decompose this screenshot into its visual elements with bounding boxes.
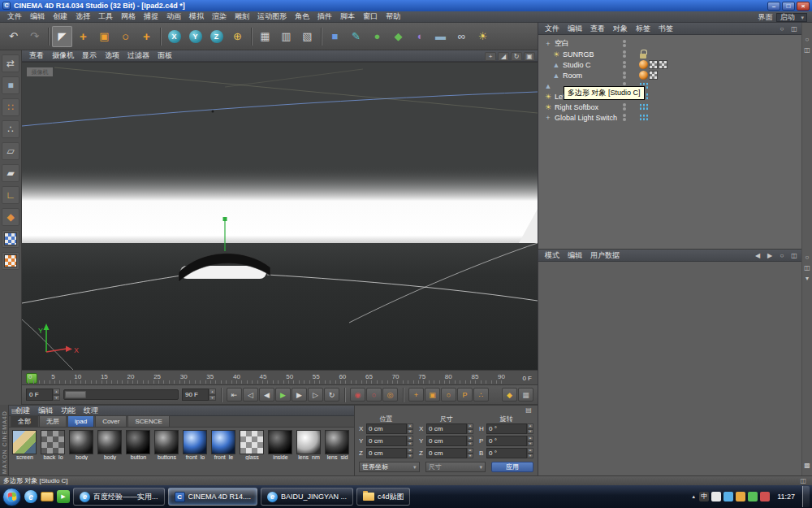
end-frame-field[interactable]: 90 F ▲▼	[182, 389, 216, 401]
material-tab-Cover[interactable]: Cover	[95, 415, 127, 427]
play-forward-button[interactable]: ▶	[275, 388, 291, 402]
menu-动画[interactable]: 动画	[162, 11, 185, 22]
menu-模拟[interactable]: 模拟	[185, 11, 208, 22]
material-item[interactable]: body	[69, 430, 94, 460]
step-down-icon[interactable]: ▼	[467, 441, 473, 447]
tray-app4-icon[interactable]	[748, 492, 758, 501]
step-down-icon[interactable]: ▼	[467, 454, 473, 459]
light-icon[interactable]: ☀	[473, 26, 493, 47]
window-icon[interactable]: ◫	[802, 46, 812, 54]
menu-显示[interactable]: 显示	[78, 50, 101, 61]
menu-编辑[interactable]: 编辑	[26, 11, 49, 22]
menu-编辑[interactable]: 编辑	[34, 406, 57, 416]
menu-标签[interactable]: 标签	[632, 24, 654, 34]
coordinate-system-icon[interactable]: ⊕	[227, 26, 248, 47]
lock-y-axis-icon[interactable]: Y	[185, 26, 205, 47]
menu-创建[interactable]: 创建	[49, 11, 71, 22]
visibility-dots[interactable]	[623, 50, 626, 58]
record-objects-button[interactable]: ◉	[350, 388, 365, 402]
redo-icon[interactable]: ↷	[24, 26, 45, 47]
taskbar-button[interactable]: eBAIDU_JINGYAN ...	[261, 488, 353, 506]
toggle-views-icon[interactable]: ▣	[524, 52, 535, 61]
polygon-mode-icon[interactable]: ▰	[2, 164, 19, 182]
menu-过滤器[interactable]: 过滤器	[123, 50, 153, 61]
timeline-ruler[interactable]: 051015202530354045505560657075808590 0 F	[22, 370, 538, 385]
material-thumbnail[interactable]	[183, 430, 207, 454]
visibility-dots[interactable]	[623, 114, 626, 121]
goto-next-key-button[interactable]: ▷	[308, 388, 323, 402]
material-item[interactable]: screen	[12, 430, 37, 460]
material-tab-无层[interactable]: 无层	[39, 415, 67, 427]
menu-雕刻[interactable]: 雕刻	[231, 11, 253, 22]
goto-prev-frame-button[interactable]: ◀	[259, 388, 274, 402]
material-item[interactable]: inside	[268, 430, 293, 460]
object-name[interactable]: 空白	[555, 38, 569, 49]
goto-start-button[interactable]: ⇤	[227, 388, 242, 402]
layout-select[interactable]: 启动 ▾	[776, 13, 807, 22]
object-row[interactable]: ▲Room	[538, 70, 812, 80]
material-thumbnail[interactable]	[296, 430, 321, 454]
coord-field-2-H[interactable]: 0 °▲▼	[486, 423, 533, 434]
key-pla-toggle[interactable]: ∴	[473, 388, 489, 402]
coord-field-1-X[interactable]: 0 cm▲▼	[426, 423, 473, 434]
move-tool-icon[interactable]: +	[73, 26, 93, 47]
object-name[interactable]: Studio C	[563, 61, 591, 69]
start-button[interactable]	[2, 488, 21, 506]
pan-view-icon[interactable]: +	[485, 52, 496, 61]
step-down-icon[interactable]: ▼	[209, 395, 216, 402]
visibility-dots[interactable]	[623, 103, 626, 111]
tray-app5-icon[interactable]	[760, 492, 770, 501]
timeline-slider[interactable]	[63, 389, 179, 400]
taskbar-button[interactable]: e百度经验——实用...	[73, 488, 165, 506]
apply-button[interactable]: 应用	[491, 462, 533, 472]
mat-checker-tag[interactable]	[649, 60, 658, 69]
menu-纹理[interactable]: 纹理	[80, 406, 102, 416]
panel-menu-icon[interactable]: ▤	[11, 407, 18, 415]
window-icon[interactable]: ◫	[789, 252, 799, 259]
quick-launch-media-icon[interactable]: ▶	[57, 490, 70, 503]
material-thumbnail[interactable]	[268, 430, 292, 454]
scale-tool-icon[interactable]: ▣	[94, 26, 114, 47]
object-row[interactable]: +Global Light Switch	[538, 112, 812, 123]
menu-摄像机[interactable]: 摄像机	[48, 50, 78, 61]
tray-app3-icon[interactable]	[736, 492, 745, 501]
material-item[interactable]: back_lo	[41, 430, 66, 460]
coord-field-0-X[interactable]: 0 cm▲▼	[366, 423, 413, 434]
material-item[interactable]: glass	[240, 430, 265, 460]
pin-icon[interactable]: ▾	[802, 275, 812, 282]
add-keyframe-button[interactable]: ◆	[502, 388, 517, 402]
dots-tag[interactable]	[639, 114, 650, 121]
size-mode-select[interactable]: 尺寸▾	[425, 462, 486, 472]
coord-field-1-Y[interactable]: 0 cm▲▼	[426, 436, 473, 446]
mat-checker-tag[interactable]	[649, 71, 658, 80]
autokey-button[interactable]: ○	[366, 388, 382, 402]
material-item[interactable]: button	[126, 430, 151, 460]
material-thumbnail[interactable]	[154, 430, 179, 454]
menu-对象[interactable]: 对象	[609, 24, 632, 34]
window-icon[interactable]: ◫	[802, 264, 812, 271]
step-down-icon[interactable]: ▼	[407, 441, 413, 447]
material-tab-全部[interactable]: 全部	[11, 415, 38, 427]
menu-编辑[interactable]: 编辑	[564, 250, 586, 261]
keyframe-selection-button[interactable]: ◎	[382, 388, 398, 402]
material-thumbnail[interactable]	[325, 430, 349, 454]
render-settings-icon[interactable]: ▧	[297, 26, 317, 47]
menu-窗口[interactable]: 窗口	[359, 11, 382, 22]
key-parameter-toggle[interactable]: P	[457, 388, 473, 402]
coord-field-2-P[interactable]: 0 °▲▼	[486, 436, 533, 446]
coord-field-0-Z[interactable]: 0 cm▲▼	[366, 448, 413, 458]
visibility-dots[interactable]	[623, 61, 626, 68]
array-generator-icon[interactable]: ◆	[388, 26, 408, 47]
step-down-icon[interactable]: ▼	[527, 441, 533, 447]
menu-功能[interactable]: 功能	[57, 406, 80, 416]
transform-mode-select[interactable]: 世界坐标▾	[359, 462, 420, 472]
rotate-view-icon[interactable]: ↻	[511, 52, 522, 61]
menu-插件[interactable]: 插件	[313, 11, 336, 22]
search-icon[interactable]: ○	[777, 252, 787, 259]
render-view-icon[interactable]: ▦	[255, 26, 275, 47]
step-down-icon[interactable]: ▼	[467, 429, 473, 435]
material-item[interactable]: body	[97, 430, 123, 460]
material-thumbnail[interactable]	[12, 430, 37, 454]
search-icon[interactable]: ○	[777, 25, 787, 33]
menu-工具[interactable]: 工具	[94, 11, 117, 22]
